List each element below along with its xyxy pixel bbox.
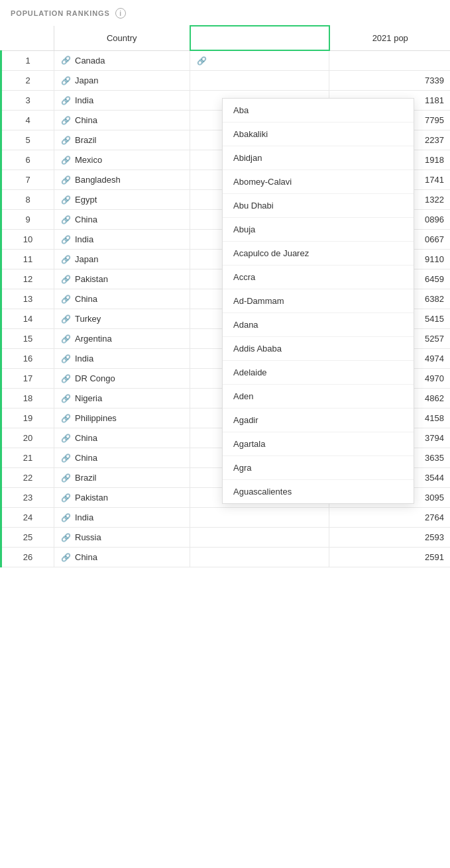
- link-icon[interactable]: 🔗: [61, 76, 71, 85]
- link-icon[interactable]: 🔗: [61, 215, 71, 224]
- rank-column-header: [1, 26, 54, 50]
- link-icon[interactable]: 🔗: [61, 255, 71, 264]
- country-name: Argentina: [75, 334, 112, 344]
- dropdown-city-item[interactable]: Addis Ababa: [223, 337, 414, 361]
- link-icon[interactable]: 🔗: [61, 513, 71, 522]
- country-cell: 🔗Pakistan: [54, 269, 190, 289]
- rank-cell: 18: [1, 389, 54, 409]
- link-icon[interactable]: 🔗: [61, 96, 71, 105]
- city-link-icon[interactable]: 🔗: [197, 56, 207, 66]
- country-name: India: [75, 512, 93, 522]
- country-name: India: [75, 95, 93, 105]
- rank-cell: 6: [1, 150, 54, 170]
- rank-cell: 8: [1, 190, 54, 210]
- dropdown-city-item[interactable]: Aba: [223, 99, 414, 122]
- city-dropdown[interactable]: AbaAbakalikiAbidjanAbomey-CalaviAbu Dhab…: [222, 98, 414, 504]
- link-icon[interactable]: 🔗: [61, 334, 71, 344]
- country-name: Nigeria: [75, 393, 102, 403]
- country-name: China: [75, 552, 97, 562]
- country-name: Pakistan: [75, 493, 108, 503]
- dropdown-city-item[interactable]: Accra: [223, 265, 414, 289]
- country-cell: 🔗India: [54, 508, 190, 528]
- city-cell: [190, 508, 329, 528]
- page-container: POPULATION RANKINGS i Country 2021 pop: [0, 0, 450, 567]
- link-icon[interactable]: 🔗: [61, 374, 71, 383]
- country-cell: 🔗China: [54, 210, 190, 230]
- link-icon[interactable]: 🔗: [61, 116, 71, 125]
- link-icon[interactable]: 🔗: [61, 56, 71, 65]
- country-cell: 🔗India: [54, 91, 190, 111]
- link-icon[interactable]: 🔗: [61, 275, 71, 284]
- link-icon[interactable]: 🔗: [61, 394, 71, 403]
- country-cell: 🔗China: [54, 428, 190, 448]
- link-icon[interactable]: 🔗: [61, 454, 71, 463]
- link-icon[interactable]: 🔗: [61, 434, 71, 443]
- country-name: Egypt: [75, 195, 97, 205]
- city-search-input[interactable]: [197, 32, 322, 44]
- dropdown-city-item[interactable]: Abomey-Calavi: [223, 170, 414, 194]
- rank-cell: 22: [1, 468, 54, 488]
- country-cell: 🔗DR Congo: [54, 369, 190, 389]
- link-icon[interactable]: 🔗: [61, 195, 71, 205]
- country-cell: 🔗China: [54, 289, 190, 309]
- info-icon[interactable]: i: [115, 8, 126, 19]
- dropdown-city-item[interactable]: Aden: [223, 385, 414, 409]
- link-icon[interactable]: 🔗: [61, 314, 71, 324]
- rank-cell: 24: [1, 508, 54, 528]
- dropdown-city-item[interactable]: Adelaide: [223, 361, 414, 385]
- country-name: Japan: [75, 75, 98, 85]
- link-icon[interactable]: 🔗: [61, 354, 71, 363]
- country-cell: 🔗India: [54, 230, 190, 250]
- link-icon[interactable]: 🔗: [61, 136, 71, 145]
- population-cell: [329, 50, 451, 71]
- dropdown-city-item[interactable]: Acapulco de Juarez: [223, 242, 414, 265]
- country-name: Canada: [75, 56, 105, 66]
- link-icon[interactable]: 🔗: [61, 295, 71, 304]
- city-column-header[interactable]: [190, 26, 329, 50]
- dropdown-city-item[interactable]: Abakaliki: [223, 122, 414, 146]
- dropdown-city-item[interactable]: Agra: [223, 456, 414, 480]
- link-icon[interactable]: 🔗: [61, 235, 71, 244]
- link-icon[interactable]: 🔗: [61, 175, 71, 185]
- dropdown-city-item[interactable]: Abuja: [223, 218, 414, 242]
- link-icon[interactable]: 🔗: [61, 156, 71, 165]
- country-name: India: [75, 234, 93, 244]
- dropdown-city-item[interactable]: Ad-Dammam: [223, 289, 414, 313]
- country-name: Mexico: [75, 155, 102, 165]
- dropdown-city-item[interactable]: Adana: [223, 313, 414, 337]
- country-name: Brazil: [75, 135, 97, 145]
- rank-cell: 19: [1, 409, 54, 428]
- country-name: Russia: [75, 532, 101, 542]
- country-name: China: [75, 433, 97, 443]
- rank-cell: 9: [1, 210, 54, 230]
- city-cell: [190, 528, 329, 548]
- city-cell: 🔗: [190, 50, 329, 71]
- dropdown-city-item[interactable]: Agadir: [223, 409, 414, 432]
- link-icon[interactable]: 🔗: [61, 493, 71, 503]
- country-name: Pakistan: [75, 274, 108, 284]
- dropdown-city-item[interactable]: Abu Dhabi: [223, 194, 414, 218]
- country-cell: 🔗Argentina: [54, 329, 190, 349]
- country-name: Philippines: [75, 413, 117, 423]
- country-cell: 🔗Brazil: [54, 130, 190, 150]
- link-icon[interactable]: 🔗: [61, 553, 71, 562]
- population-column-header: 2021 pop: [329, 26, 451, 50]
- rank-cell: 20: [1, 428, 54, 448]
- dropdown-city-item[interactable]: Agartala: [223, 432, 414, 456]
- link-icon[interactable]: 🔗: [61, 473, 71, 483]
- country-name: DR Congo: [75, 373, 115, 383]
- country-cell: 🔗Brazil: [54, 468, 190, 488]
- country-cell: 🔗Philippines: [54, 409, 190, 428]
- population-cell: 7339: [329, 71, 451, 91]
- link-icon[interactable]: 🔗: [61, 533, 71, 542]
- country-name: Turkey: [75, 314, 101, 324]
- link-icon[interactable]: 🔗: [61, 414, 71, 423]
- dropdown-city-item[interactable]: Abidjan: [223, 146, 414, 170]
- rank-cell: 14: [1, 309, 54, 329]
- country-column-header: Country: [54, 26, 190, 50]
- dropdown-city-item[interactable]: Aguascalientes: [223, 480, 414, 503]
- rank-cell: 15: [1, 329, 54, 349]
- country-cell: 🔗Bangladesh: [54, 170, 190, 190]
- rank-cell: 2: [1, 71, 54, 91]
- rank-cell: 23: [1, 488, 54, 508]
